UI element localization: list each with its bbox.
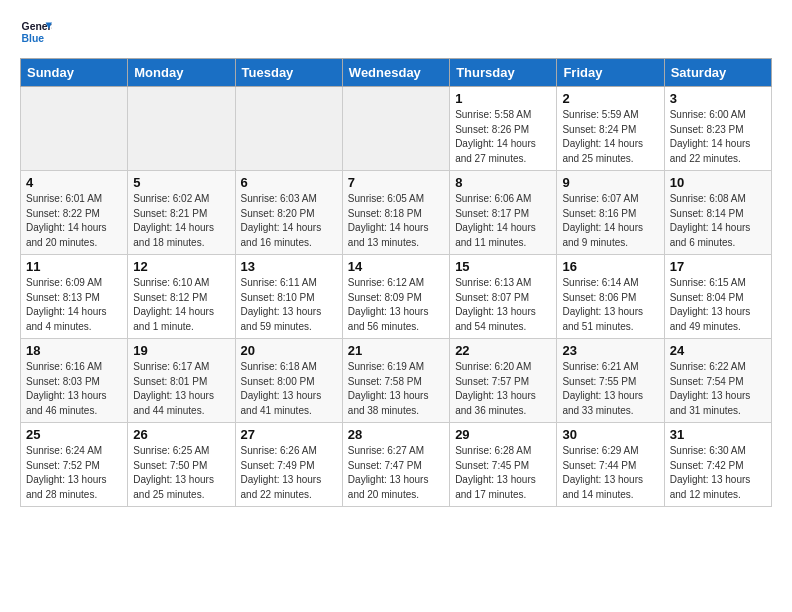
day-info: Sunrise: 6:13 AM Sunset: 8:07 PM Dayligh… <box>455 276 551 334</box>
calendar-cell: 17Sunrise: 6:15 AM Sunset: 8:04 PM Dayli… <box>664 255 771 339</box>
day-number: 4 <box>26 175 122 190</box>
day-number: 6 <box>241 175 337 190</box>
day-info: Sunrise: 6:01 AM Sunset: 8:22 PM Dayligh… <box>26 192 122 250</box>
calendar-cell <box>342 87 449 171</box>
day-number: 13 <box>241 259 337 274</box>
calendar-cell: 19Sunrise: 6:17 AM Sunset: 8:01 PM Dayli… <box>128 339 235 423</box>
calendar-cell <box>235 87 342 171</box>
day-number: 22 <box>455 343 551 358</box>
calendar-cell: 25Sunrise: 6:24 AM Sunset: 7:52 PM Dayli… <box>21 423 128 507</box>
day-number: 23 <box>562 343 658 358</box>
day-info: Sunrise: 6:16 AM Sunset: 8:03 PM Dayligh… <box>26 360 122 418</box>
day-number: 31 <box>670 427 766 442</box>
day-header-friday: Friday <box>557 59 664 87</box>
day-info: Sunrise: 6:29 AM Sunset: 7:44 PM Dayligh… <box>562 444 658 502</box>
calendar-cell: 24Sunrise: 6:22 AM Sunset: 7:54 PM Dayli… <box>664 339 771 423</box>
day-number: 25 <box>26 427 122 442</box>
day-header-sunday: Sunday <box>21 59 128 87</box>
calendar-table: SundayMondayTuesdayWednesdayThursdayFrid… <box>20 58 772 507</box>
day-info: Sunrise: 6:18 AM Sunset: 8:00 PM Dayligh… <box>241 360 337 418</box>
day-info: Sunrise: 5:58 AM Sunset: 8:26 PM Dayligh… <box>455 108 551 166</box>
calendar-cell: 6Sunrise: 6:03 AM Sunset: 8:20 PM Daylig… <box>235 171 342 255</box>
calendar-cell: 4Sunrise: 6:01 AM Sunset: 8:22 PM Daylig… <box>21 171 128 255</box>
week-row-1: 1Sunrise: 5:58 AM Sunset: 8:26 PM Daylig… <box>21 87 772 171</box>
day-header-tuesday: Tuesday <box>235 59 342 87</box>
day-number: 26 <box>133 427 229 442</box>
day-info: Sunrise: 6:20 AM Sunset: 7:57 PM Dayligh… <box>455 360 551 418</box>
day-info: Sunrise: 6:25 AM Sunset: 7:50 PM Dayligh… <box>133 444 229 502</box>
day-info: Sunrise: 6:12 AM Sunset: 8:09 PM Dayligh… <box>348 276 444 334</box>
calendar-cell: 20Sunrise: 6:18 AM Sunset: 8:00 PM Dayli… <box>235 339 342 423</box>
week-row-2: 4Sunrise: 6:01 AM Sunset: 8:22 PM Daylig… <box>21 171 772 255</box>
day-info: Sunrise: 6:11 AM Sunset: 8:10 PM Dayligh… <box>241 276 337 334</box>
day-header-monday: Monday <box>128 59 235 87</box>
calendar-cell: 14Sunrise: 6:12 AM Sunset: 8:09 PM Dayli… <box>342 255 449 339</box>
day-info: Sunrise: 6:10 AM Sunset: 8:12 PM Dayligh… <box>133 276 229 334</box>
day-header-wednesday: Wednesday <box>342 59 449 87</box>
day-info: Sunrise: 6:06 AM Sunset: 8:17 PM Dayligh… <box>455 192 551 250</box>
day-number: 2 <box>562 91 658 106</box>
day-header-saturday: Saturday <box>664 59 771 87</box>
day-number: 20 <box>241 343 337 358</box>
calendar-cell: 2Sunrise: 5:59 AM Sunset: 8:24 PM Daylig… <box>557 87 664 171</box>
day-info: Sunrise: 6:02 AM Sunset: 8:21 PM Dayligh… <box>133 192 229 250</box>
day-number: 1 <box>455 91 551 106</box>
calendar-cell: 16Sunrise: 6:14 AM Sunset: 8:06 PM Dayli… <box>557 255 664 339</box>
calendar-cell: 21Sunrise: 6:19 AM Sunset: 7:58 PM Dayli… <box>342 339 449 423</box>
day-info: Sunrise: 6:26 AM Sunset: 7:49 PM Dayligh… <box>241 444 337 502</box>
day-number: 24 <box>670 343 766 358</box>
logo-icon: General Blue <box>20 16 52 48</box>
day-header-thursday: Thursday <box>450 59 557 87</box>
calendar-cell: 15Sunrise: 6:13 AM Sunset: 8:07 PM Dayli… <box>450 255 557 339</box>
day-number: 28 <box>348 427 444 442</box>
calendar-cell: 5Sunrise: 6:02 AM Sunset: 8:21 PM Daylig… <box>128 171 235 255</box>
day-number: 21 <box>348 343 444 358</box>
calendar-cell: 18Sunrise: 6:16 AM Sunset: 8:03 PM Dayli… <box>21 339 128 423</box>
day-info: Sunrise: 6:05 AM Sunset: 8:18 PM Dayligh… <box>348 192 444 250</box>
day-number: 29 <box>455 427 551 442</box>
calendar-cell: 8Sunrise: 6:06 AM Sunset: 8:17 PM Daylig… <box>450 171 557 255</box>
day-number: 3 <box>670 91 766 106</box>
week-row-5: 25Sunrise: 6:24 AM Sunset: 7:52 PM Dayli… <box>21 423 772 507</box>
calendar-cell: 12Sunrise: 6:10 AM Sunset: 8:12 PM Dayli… <box>128 255 235 339</box>
calendar-cell: 31Sunrise: 6:30 AM Sunset: 7:42 PM Dayli… <box>664 423 771 507</box>
day-number: 12 <box>133 259 229 274</box>
day-info: Sunrise: 6:15 AM Sunset: 8:04 PM Dayligh… <box>670 276 766 334</box>
day-number: 18 <box>26 343 122 358</box>
calendar-cell: 28Sunrise: 6:27 AM Sunset: 7:47 PM Dayli… <box>342 423 449 507</box>
day-info: Sunrise: 6:03 AM Sunset: 8:20 PM Dayligh… <box>241 192 337 250</box>
day-info: Sunrise: 6:19 AM Sunset: 7:58 PM Dayligh… <box>348 360 444 418</box>
calendar-cell: 13Sunrise: 6:11 AM Sunset: 8:10 PM Dayli… <box>235 255 342 339</box>
day-number: 15 <box>455 259 551 274</box>
calendar-cell: 10Sunrise: 6:08 AM Sunset: 8:14 PM Dayli… <box>664 171 771 255</box>
day-info: Sunrise: 6:24 AM Sunset: 7:52 PM Dayligh… <box>26 444 122 502</box>
day-number: 27 <box>241 427 337 442</box>
day-number: 11 <box>26 259 122 274</box>
calendar-cell: 27Sunrise: 6:26 AM Sunset: 7:49 PM Dayli… <box>235 423 342 507</box>
day-info: Sunrise: 6:22 AM Sunset: 7:54 PM Dayligh… <box>670 360 766 418</box>
calendar-cell: 11Sunrise: 6:09 AM Sunset: 8:13 PM Dayli… <box>21 255 128 339</box>
day-info: Sunrise: 6:00 AM Sunset: 8:23 PM Dayligh… <box>670 108 766 166</box>
day-number: 19 <box>133 343 229 358</box>
calendar-cell: 7Sunrise: 6:05 AM Sunset: 8:18 PM Daylig… <box>342 171 449 255</box>
day-info: Sunrise: 6:28 AM Sunset: 7:45 PM Dayligh… <box>455 444 551 502</box>
day-info: Sunrise: 5:59 AM Sunset: 8:24 PM Dayligh… <box>562 108 658 166</box>
calendar-cell: 1Sunrise: 5:58 AM Sunset: 8:26 PM Daylig… <box>450 87 557 171</box>
day-info: Sunrise: 6:14 AM Sunset: 8:06 PM Dayligh… <box>562 276 658 334</box>
day-number: 8 <box>455 175 551 190</box>
day-info: Sunrise: 6:30 AM Sunset: 7:42 PM Dayligh… <box>670 444 766 502</box>
page-header: General Blue <box>20 16 772 48</box>
calendar-cell <box>21 87 128 171</box>
day-number: 30 <box>562 427 658 442</box>
day-number: 5 <box>133 175 229 190</box>
day-number: 17 <box>670 259 766 274</box>
day-info: Sunrise: 6:09 AM Sunset: 8:13 PM Dayligh… <box>26 276 122 334</box>
calendar-header-row: SundayMondayTuesdayWednesdayThursdayFrid… <box>21 59 772 87</box>
day-number: 9 <box>562 175 658 190</box>
day-number: 14 <box>348 259 444 274</box>
day-info: Sunrise: 6:27 AM Sunset: 7:47 PM Dayligh… <box>348 444 444 502</box>
calendar-body: 1Sunrise: 5:58 AM Sunset: 8:26 PM Daylig… <box>21 87 772 507</box>
calendar-cell: 23Sunrise: 6:21 AM Sunset: 7:55 PM Dayli… <box>557 339 664 423</box>
calendar-cell: 26Sunrise: 6:25 AM Sunset: 7:50 PM Dayli… <box>128 423 235 507</box>
calendar-cell: 30Sunrise: 6:29 AM Sunset: 7:44 PM Dayli… <box>557 423 664 507</box>
